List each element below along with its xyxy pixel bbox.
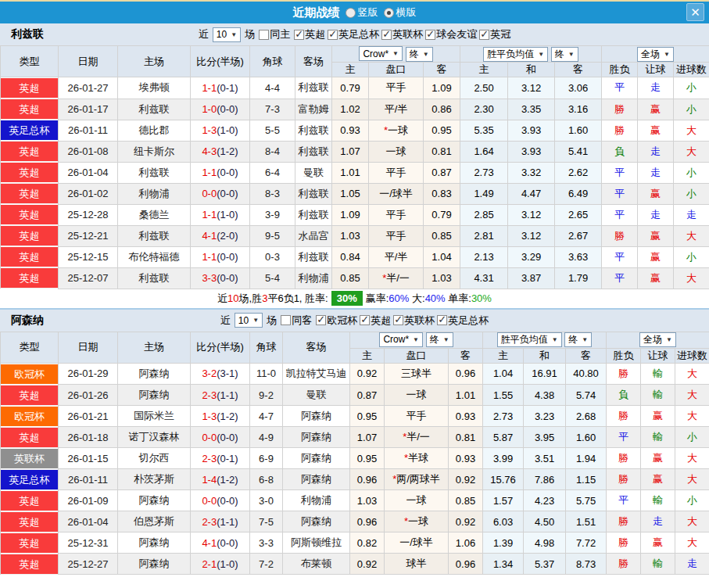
scope-select[interactable]: 全场▼ bbox=[639, 332, 676, 347]
layout-radio-vertical[interactable]: 竖版 bbox=[346, 5, 378, 20]
avg-draw: 3.23 bbox=[524, 406, 566, 427]
checkbox-checked-icon[interactable] bbox=[328, 30, 338, 40]
league-filter[interactable]: 英冠 bbox=[479, 27, 510, 41]
result-outcome: 平 bbox=[602, 267, 638, 289]
avg-select[interactable]: 胜平负均值▼ bbox=[483, 47, 548, 62]
checkbox-checked-icon[interactable] bbox=[479, 30, 489, 40]
odds-home: 1.02 bbox=[332, 99, 369, 120]
competition-badge: 英超 bbox=[1, 512, 58, 532]
league-filter[interactable]: 英联杯 bbox=[381, 27, 423, 41]
match-date: 26-01-27 bbox=[59, 77, 118, 99]
match-type: 英足总杯 bbox=[1, 469, 59, 490]
checkbox-checked-icon[interactable] bbox=[425, 30, 435, 40]
match-type: 英联杯 bbox=[1, 448, 59, 469]
league-filter[interactable]: 英联杯 bbox=[393, 314, 435, 328]
avg-home: 1.49 bbox=[460, 183, 508, 204]
match-row: 欧冠杯26-01-29阿森纳3-2(3-1)11-0凯拉特艾马迪0.92三球半0… bbox=[1, 363, 709, 385]
match-type: 英超 bbox=[1, 385, 59, 406]
scope-group-header: 全场▼ bbox=[607, 332, 709, 348]
result-outcome: 勝 bbox=[602, 99, 638, 120]
home-team: 阿森纳 bbox=[118, 363, 191, 385]
checkbox-checked-icon[interactable] bbox=[360, 315, 370, 325]
checkbox-checked-icon[interactable] bbox=[393, 315, 403, 325]
final-select[interactable]: 终▼ bbox=[564, 332, 592, 347]
match-row: 英超25-12-07利兹联3-3(0-0)5-4利物浦0.85*半/一1.034… bbox=[1, 267, 709, 289]
result-goals: 大 bbox=[675, 448, 709, 469]
radio-unchecked-icon[interactable] bbox=[346, 8, 356, 18]
close-icon[interactable]: ✕ bbox=[686, 3, 704, 21]
match-count-select[interactable]: 10 ▼ bbox=[213, 27, 241, 42]
checkbox-unchecked-icon[interactable] bbox=[259, 30, 269, 40]
match-type: 欧冠杯 bbox=[1, 363, 59, 385]
odds-away: 0.92 bbox=[449, 469, 483, 490]
bookmaker-select[interactable]: Crow*▼ bbox=[359, 46, 403, 61]
checkbox-unchecked-icon[interactable] bbox=[281, 315, 291, 325]
odds-home: 0.85 bbox=[332, 267, 369, 289]
league-filter[interactable]: 球会友谊 bbox=[425, 27, 477, 41]
result-handicap: 走 bbox=[638, 162, 674, 183]
score: 2-3(1-1) bbox=[191, 511, 250, 532]
odds-away: 0.93 bbox=[449, 406, 483, 427]
match-date: 25-12-21 bbox=[59, 225, 118, 246]
bookmaker-select[interactable]: Crow*▼ bbox=[379, 332, 423, 347]
competition-badge: 英超 bbox=[1, 247, 58, 267]
match-date: 26-01-02 bbox=[59, 183, 118, 204]
score: 1-1(1-0) bbox=[191, 204, 250, 225]
score: 0-0(0-0) bbox=[191, 490, 250, 511]
away-team: 利物浦 bbox=[295, 267, 332, 289]
league-filter[interactable]: 英超 bbox=[360, 314, 391, 328]
odds-home: 0.82 bbox=[350, 532, 385, 554]
corner-score: 4-9 bbox=[250, 427, 283, 448]
league-filter[interactable]: 欧冠杯 bbox=[316, 314, 357, 328]
radio-checked-icon[interactable] bbox=[384, 8, 394, 18]
checkbox-checked-icon[interactable] bbox=[294, 30, 304, 40]
same-venue-filter[interactable]: 同主 bbox=[259, 27, 290, 41]
result-goals: 大 bbox=[675, 385, 709, 406]
away-team: 凯拉特艾马迪 bbox=[283, 363, 350, 385]
match-count-select[interactable]: 10 ▼ bbox=[235, 313, 263, 328]
result-handicap: 輸 bbox=[641, 363, 675, 385]
home-team: 利物浦 bbox=[118, 183, 191, 204]
chevron-down-icon: ▼ bbox=[423, 51, 429, 58]
avg-home: 1.55 bbox=[483, 385, 524, 406]
result-handicap: 赢 bbox=[638, 246, 674, 267]
league-label: 英冠 bbox=[490, 27, 510, 41]
away-team: 利兹联 bbox=[295, 204, 332, 225]
layout-radio-horizontal[interactable]: 横版 bbox=[384, 5, 417, 20]
avg-away: 8.73 bbox=[566, 554, 607, 575]
same-venue-filter[interactable]: 同客 bbox=[281, 314, 312, 328]
match-row: 英超26-01-04利兹联1-1(0-0)6-4曼联1.01平手0.872.73… bbox=[1, 162, 709, 183]
home-team: 德比郡 bbox=[118, 120, 191, 141]
league-label: 欧冠杯 bbox=[327, 314, 357, 328]
league-filter[interactable]: 英超 bbox=[294, 27, 325, 41]
avg-away: 1.60 bbox=[566, 427, 607, 448]
home-team: 诺丁汉森林 bbox=[118, 427, 191, 448]
avg-draw: 4.23 bbox=[524, 490, 566, 511]
avg-select[interactable]: 胜平负均值▼ bbox=[497, 332, 562, 347]
checkbox-checked-icon[interactable] bbox=[381, 30, 392, 40]
result-goals: 大 bbox=[674, 267, 709, 289]
checkbox-checked-icon[interactable] bbox=[316, 315, 326, 325]
odds-away: 1.06 bbox=[449, 532, 483, 554]
league-filter[interactable]: 英足总杯 bbox=[328, 27, 379, 41]
final-select[interactable]: 终▼ bbox=[551, 47, 578, 62]
final-select[interactable]: 终▼ bbox=[406, 47, 433, 62]
scope-select[interactable]: 全场▼ bbox=[637, 47, 674, 62]
result-outcome: 勝 bbox=[607, 363, 641, 385]
result-outcome: 平 bbox=[602, 204, 638, 225]
avg-draw: 3.93 bbox=[508, 141, 555, 162]
result-goals: 小 bbox=[674, 183, 709, 204]
same-venue-label: 同客 bbox=[292, 314, 312, 328]
checkbox-checked-icon[interactable] bbox=[437, 315, 447, 325]
corner-score: 7-2 bbox=[250, 554, 283, 575]
avg-draw: 3.12 bbox=[508, 225, 555, 246]
avg-draw: 4.98 bbox=[524, 532, 566, 554]
home-team: 阿森纳 bbox=[118, 385, 191, 406]
league-label: 球会友谊 bbox=[436, 27, 477, 41]
league-filter[interactable]: 英足总杯 bbox=[437, 314, 489, 328]
away-team: 阿森纳 bbox=[283, 406, 350, 427]
result-outcome: 勝 bbox=[607, 532, 641, 554]
final-select[interactable]: 终▼ bbox=[426, 332, 453, 347]
scope-group-header: 全场▼ bbox=[602, 46, 709, 63]
home-team: 阿森纳 bbox=[118, 490, 191, 511]
